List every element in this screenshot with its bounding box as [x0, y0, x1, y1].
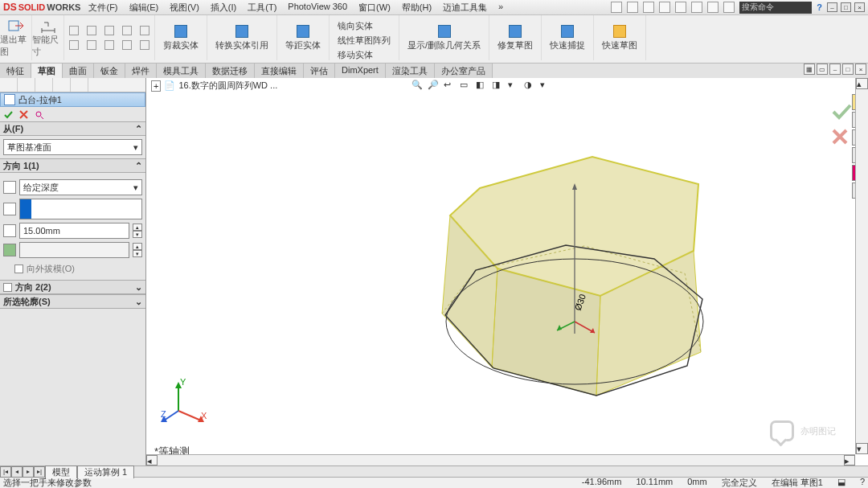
doc-close-icon[interactable]: × — [855, 64, 866, 75]
viewport-scrollbar-horizontal[interactable]: ◂▸ — [146, 454, 855, 465]
rtab-office[interactable]: 办公室产品 — [435, 64, 493, 78]
zoom-area-icon[interactable]: 🔎 — [428, 80, 439, 91]
viewport-scrollbar-vertical[interactable]: ▴▾ — [855, 78, 868, 454]
qat-new-icon[interactable] — [611, 2, 622, 13]
menu-file[interactable]: 文件(F) — [88, 2, 117, 14]
panel-tab-display-icon[interactable] — [71, 78, 88, 92]
menu-overflow-icon[interactable]: » — [498, 2, 503, 14]
tab-nav-prev-icon[interactable]: ◂ — [11, 466, 23, 478]
rect-tool-icon[interactable] — [87, 26, 96, 35]
rtab-surface[interactable]: 曲面 — [63, 64, 94, 78]
direction2-checkbox[interactable] — [3, 283, 12, 292]
ribbon-rapid-sketch[interactable]: 快速草图 — [594, 15, 646, 60]
prev-view-icon[interactable]: ↩ — [444, 80, 455, 91]
rtab-evaluate[interactable]: 评估 — [304, 64, 335, 78]
rtab-sketch[interactable]: 草图 — [31, 64, 63, 78]
cancel-icon[interactable] — [18, 109, 29, 120]
menu-photoview[interactable]: PhotoView 360 — [288, 2, 347, 14]
rtab-dimxpert[interactable]: DimXpert — [335, 64, 386, 78]
expand-icon[interactable]: + — [151, 80, 161, 92]
doc-tile-icon[interactable]: ▦ — [804, 64, 815, 75]
window-restore-icon[interactable]: □ — [841, 2, 851, 12]
rtab-datamigration[interactable]: 数据迁移 — [206, 64, 255, 78]
section-selected-contours[interactable]: 所选轮廓(S)⌄ — [0, 294, 145, 309]
doc-cascade-icon[interactable]: ▭ — [817, 64, 828, 75]
section-from[interactable]: 从(F)⌃ — [0, 121, 145, 136]
qat-print-icon[interactable] — [659, 2, 670, 13]
qat-options-icon[interactable] — [707, 2, 719, 13]
direction-vector-icon[interactable] — [3, 203, 16, 215]
section-direction2[interactable]: 方向 2(2)⌄ — [0, 280, 145, 294]
rtab-weldment[interactable]: 焊件 — [125, 64, 157, 78]
window-close-icon[interactable]: × — [854, 2, 865, 12]
doc-minimize-icon[interactable]: – — [829, 64, 841, 75]
depth-spin-down-icon[interactable]: ▾ — [133, 231, 142, 238]
panel-tab-property-icon[interactable] — [18, 78, 35, 92]
graphics-viewport[interactable]: + 📄 16.数字的圆周阵列WD ... 🔍 🔎 ↩ ▭ ◧ ◨ ▾ ◑ ▾ — [146, 78, 868, 465]
rtab-feature[interactable]: 特征 — [0, 64, 31, 78]
scene-icon[interactable]: ▾ — [540, 80, 551, 91]
flyout-tree[interactable]: + 📄 16.数字的圆周阵列WD ... — [151, 80, 277, 92]
from-select[interactable]: 草图基准面▾ — [3, 139, 142, 155]
end-condition-select[interactable]: 给定深度▾ — [19, 179, 142, 195]
menu-view[interactable]: 视图(V) — [170, 2, 199, 14]
spline-tool-icon[interactable] — [140, 26, 149, 35]
panel-tab-config-icon[interactable] — [35, 78, 53, 92]
circle-tool-icon[interactable] — [104, 26, 114, 35]
menu-maidi[interactable]: 迈迪工具集 — [443, 2, 487, 14]
menu-insert[interactable]: 插入(I) — [211, 2, 236, 14]
tab-nav-first-icon[interactable]: |◂ — [0, 466, 11, 478]
section-direction1[interactable]: 方向 1(1)⌃ — [0, 158, 145, 173]
window-minimize-icon[interactable]: – — [827, 2, 837, 12]
panel-tab-feature-tree-icon[interactable] — [0, 78, 18, 92]
qat-save-icon[interactable] — [643, 2, 654, 13]
rtab-sheetmetal[interactable]: 钣金 — [94, 64, 125, 78]
rtab-directedit[interactable]: 直接编辑 — [255, 64, 304, 78]
tab-nav-last-icon[interactable]: ▸| — [34, 466, 45, 478]
ribbon-mirror[interactable]: 镜向实体 — [338, 20, 391, 32]
hide-show-icon[interactable]: ▾ — [508, 80, 519, 91]
depth-spin-up-icon[interactable]: ▴ — [133, 223, 142, 231]
status-help-icon[interactable]: ? — [860, 477, 865, 488]
rtab-mold[interactable]: 模具工具 — [157, 64, 206, 78]
ribbon-convert[interactable]: 转换实体引用 — [207, 15, 277, 60]
ribbon-offset[interactable]: 等距实体 — [277, 15, 330, 60]
command-search-input[interactable]: 搜索命令 — [739, 2, 812, 14]
orientation-triad[interactable]: Y X Z — [161, 377, 209, 425]
draft-spin-up-icon[interactable]: ▴ — [133, 243, 142, 250]
ribbon-quick-snap[interactable]: 快速捕捉 — [542, 15, 594, 60]
qat-undo-icon[interactable] — [675, 2, 686, 13]
ellipse-tool-icon[interactable] — [69, 40, 79, 50]
help-icon[interactable]: ? — [817, 2, 822, 12]
appearance-icon[interactable]: ◑ — [524, 80, 535, 91]
slot-tool-icon[interactable] — [87, 40, 96, 50]
polygon-tool-icon[interactable] — [104, 40, 114, 50]
menu-edit[interactable]: 编辑(E) — [129, 2, 159, 14]
ribbon-repair-sketch[interactable]: 修复草图 — [489, 15, 542, 60]
arc-tool-icon[interactable] — [122, 26, 132, 35]
direction-selection-input[interactable] — [19, 199, 142, 219]
draft-icon[interactable] — [3, 244, 16, 256]
confirm-corner-ok-icon[interactable] — [831, 102, 852, 120]
display-style-icon[interactable]: ◨ — [492, 80, 503, 91]
menu-tools[interactable]: 工具(T) — [248, 2, 276, 14]
accept-icon[interactable] — [3, 109, 14, 120]
zoom-fit-icon[interactable]: 🔍 — [411, 80, 423, 91]
qat-rebuild-icon[interactable] — [723, 2, 735, 13]
panel-tab-dimension-icon[interactable] — [53, 78, 71, 92]
qat-redo-icon[interactable] — [691, 2, 702, 13]
section-view-icon[interactable]: ▭ — [460, 80, 471, 91]
view-orientation-icon[interactable]: ◧ — [476, 80, 487, 91]
reverse-direction-icon[interactable] — [3, 181, 16, 194]
ribbon-move[interactable]: 移动实体 — [338, 49, 391, 61]
draft-spin-down-icon[interactable]: ▾ — [133, 250, 142, 257]
confirm-corner-cancel-icon[interactable] — [831, 128, 849, 146]
ribbon-linear-pattern[interactable]: 线性草图阵列 — [338, 35, 391, 47]
line-tool-icon[interactable] — [69, 26, 79, 35]
status-unit-icon[interactable]: ⬓ — [837, 477, 845, 488]
ribbon-display-relations[interactable]: 显示/删除几何关系 — [399, 15, 489, 60]
preview-icon[interactable] — [34, 109, 44, 120]
text-tool-icon[interactable] — [140, 40, 149, 50]
ribbon-smart-dimension[interactable]: 智能尺寸 — [32, 15, 64, 60]
qat-open-icon[interactable] — [627, 2, 638, 13]
